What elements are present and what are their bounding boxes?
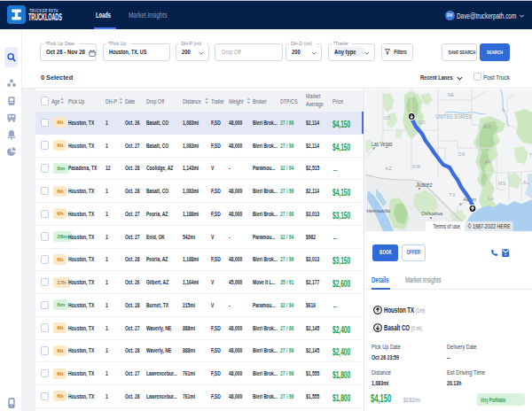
svg-text:TX: TX xyxy=(450,192,457,198)
svg-text:AZ: AZ xyxy=(386,166,392,171)
svg-text:Chihuahua: Chihuahua xyxy=(421,211,443,216)
svg-text:IL: IL xyxy=(502,107,505,112)
svg-text:© 1987-2022 HERE: © 1987-2022 HERE xyxy=(468,223,511,229)
svg-text:MO: MO xyxy=(483,124,491,129)
svg-text:AR: AR xyxy=(485,159,491,165)
svg-text:NE: NE xyxy=(448,92,455,97)
svg-text:UT: UT xyxy=(384,115,390,120)
svg-text:Terms of use: Terms of use xyxy=(434,223,460,229)
svg-text:Las Vegas: Las Vegas xyxy=(372,141,393,148)
svg-text:AL: AL xyxy=(523,180,529,185)
svg-text:Hermosillo: Hermosillo xyxy=(367,208,391,213)
svg-text:LA: LA xyxy=(489,196,495,201)
svg-text:Juárez: Juárez xyxy=(416,181,433,189)
svg-text:CO: CO xyxy=(419,120,426,125)
svg-text:OK: OK xyxy=(458,151,466,157)
svg-text:NM: NM xyxy=(412,164,420,169)
svg-text:UNITED STATES: UNITED STATES xyxy=(435,113,472,120)
svg-text:MS: MS xyxy=(498,181,506,186)
